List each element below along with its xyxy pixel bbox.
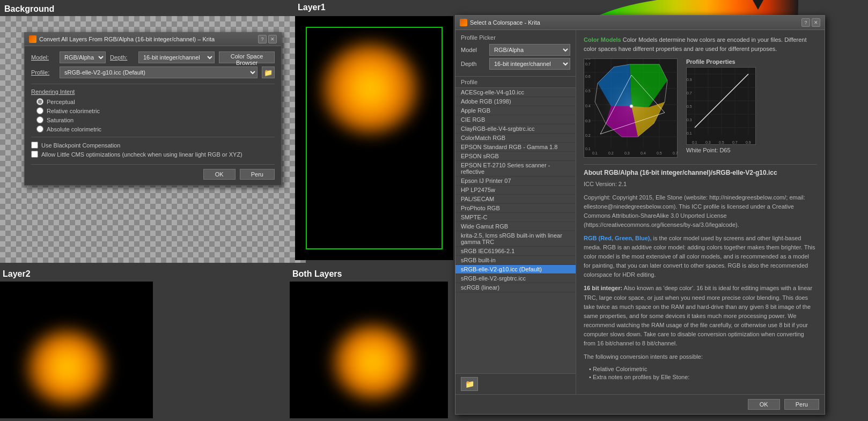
profile-list-item[interactable]: PAL/SECAM [455, 195, 576, 204]
svg-text:0.8: 0.8 [585, 59, 591, 60]
profile-list-item[interactable]: SMPTE-C [455, 213, 576, 222]
radio-relative-input[interactable] [36, 107, 43, 114]
profile-list-item[interactable]: scRGB (linear) [455, 283, 576, 292]
cs-depth-row: Depth 16-bit integer/channel [461, 58, 570, 70]
svg-text:0.6: 0.6 [585, 75, 591, 78]
cs-right-panel: Color Models Color Models determine how … [576, 30, 825, 394]
cs-left-panel: Profile Picker Model RGB/Alpha Depth 16-… [455, 30, 576, 394]
profile-list-item[interactable]: HP LP2475w [455, 186, 576, 195]
svg-text:0.7: 0.7 [673, 151, 678, 155]
cs-ok-button[interactable]: OK [748, 399, 780, 410]
radio-group: Perceptual Relative colorimetric Saturat… [36, 98, 275, 132]
bullet-elle: Extra notes on profiles by Elle Stone: [589, 374, 817, 380]
little-cms-checkbox[interactable] [31, 151, 38, 158]
profile-select[interactable]: sRGB-elle-V2-g10.icc (Default) [60, 67, 258, 78]
radio-perceptual-label: Perceptual [47, 99, 75, 105]
cs-depth-select[interactable]: 16-bit integer/channel [489, 58, 570, 70]
convert-dialog-close-btn[interactable]: ✕ [268, 35, 277, 43]
svg-text:0.7: 0.7 [585, 62, 591, 66]
svg-text:0.5: 0.5 [585, 89, 591, 93]
cs-model-label: Model [461, 47, 485, 53]
profile-list-item[interactable]: EPSON Standard RGB - Gamma 1.8 [455, 143, 576, 152]
convert-dialog-body: Model: RGB/Alpha Depth: 16-bit integer/c… [25, 46, 281, 185]
cs-intro-text: Color Models Color Models determine how … [584, 35, 817, 53]
color-space-browser-btn[interactable]: Color Space Browser [219, 51, 275, 63]
cs-close-btn[interactable]: ✕ [812, 18, 820, 27]
profile-list[interactable]: ACEScg-elle-V4-g10.iccAdobe RGB (1998)Ap… [455, 88, 576, 373]
svg-text:0.4: 0.4 [641, 151, 646, 155]
cs-folder-btn[interactable]: 📁 [461, 377, 478, 391]
cs-folder-icon: 📁 [465, 380, 474, 388]
bullet-relative: Relative Colorimetric [589, 366, 817, 372]
profile-list-item[interactable]: Wide Gamut RGB [455, 222, 576, 231]
profile-list-item[interactable]: sRGB-elle-V2-g10.icc (Default) [455, 265, 576, 274]
convert-dialog-controls: ? ✕ [258, 35, 277, 43]
cs-help-btn[interactable]: ? [801, 18, 810, 27]
rgb-description: RGB (Red, Green, Blue), is the color mod… [584, 234, 817, 279]
rendering-intent-label: Rendering Intent [31, 88, 275, 95]
white-point-text: White Point: D65 [686, 147, 817, 153]
svg-text:0.3: 0.3 [585, 119, 591, 123]
cs-title: Select a Colorspace - Krita [460, 19, 540, 26]
about-section: About RGB/Alpha (16-bit integer/channel)… [584, 164, 817, 380]
profile-list-item[interactable]: sRGB IEC61966-2.1 [455, 247, 576, 256]
profile-list-item[interactable]: ClayRGB-elle-V4-srgbtrc.icc [455, 124, 576, 134]
svg-text:0.9: 0.9 [687, 78, 692, 82]
model-row: Model: RGB/Alpha Depth: 16-bit integer/c… [31, 51, 275, 63]
svg-text:0.1: 0.1 [687, 131, 692, 135]
divider1 [31, 84, 275, 84]
convert-dialog-footer: OK Peru [31, 164, 275, 180]
svg-text:0.1: 0.1 [585, 147, 591, 151]
profile-list-item[interactable]: sRGB-elle-V2-srgbtrc.icc [455, 274, 576, 283]
cs-green-text: Color Models [584, 36, 621, 43]
layer2-canvas [0, 282, 153, 418]
profile-list-item[interactable]: krita-2.5, lcms sRGB built-in with linea… [455, 231, 576, 247]
svg-text:0.2: 0.2 [585, 134, 591, 137]
convert-dialog-help-btn[interactable]: ? [258, 35, 267, 43]
both-layers-area: Both Layers [290, 267, 448, 419]
cs-right-content: Color Models Color Models determine how … [576, 30, 825, 387]
conversion-intents-text: The following conversion intents are pos… [584, 352, 817, 361]
profile-list-item[interactable]: ColorMatch RGB [455, 134, 576, 143]
profile-props-container: Profile Properties [686, 58, 817, 158]
profile-list-item[interactable]: ACEScg-elle-V4-g10.icc [455, 88, 576, 97]
layer1-canvas [295, 16, 453, 260]
profile-list-item[interactable]: CIE RGB [455, 115, 576, 124]
profile-list-item[interactable]: Apple RGB [455, 106, 576, 115]
profile-list-item[interactable]: ProPhoto RGB [455, 204, 576, 213]
copyright-text: Copyright: Copyright 2015, Elle Stone (w… [584, 193, 817, 230]
radio-saturation-input[interactable] [36, 116, 43, 123]
profile-list-item[interactable]: sRGB built-in [455, 256, 576, 265]
layer2-label: Layer2 [3, 269, 31, 279]
profile-list-item[interactable]: Epson IJ Printer 07 [455, 176, 576, 186]
cie-diagram-container: 0.1 0.2 0.3 0.4 0.5 0.7 0.1 0.2 0.3 0.4 [584, 58, 678, 158]
convert-dialog: Convert All Layers From RGB/Alpha (16-bi… [24, 32, 282, 186]
profile-folder-btn[interactable]: 📁 [262, 67, 275, 78]
cs-dialog-footer: OK Peru [455, 394, 825, 414]
cs-body: Profile Picker Model RGB/Alpha Depth 16-… [455, 30, 825, 394]
radio-relative-label: Relative colorimetric [47, 108, 100, 114]
profile-list-item[interactable]: EPSON ET-2710 Series scanner - reflectiv… [455, 161, 576, 176]
depth-select[interactable]: 16-bit integer/channel [138, 51, 215, 63]
profile-picker-section: Profile Picker Model RGB/Alpha Depth 16-… [455, 30, 576, 77]
both-layers-label: Both Layers [292, 269, 342, 279]
model-select[interactable]: RGB/Alpha [60, 51, 106, 63]
cs-model-select[interactable]: RGB/Alpha [489, 44, 570, 56]
blackpoint-checkbox[interactable] [31, 142, 38, 149]
svg-text:0.5: 0.5 [719, 141, 724, 144]
radio-absolute-input[interactable] [36, 125, 43, 132]
ok-button[interactable]: OK [203, 169, 236, 180]
colorspace-dialog: Select a Colorspace - Krita ? ✕ Profile … [455, 15, 825, 415]
cs-depth-label: Depth [461, 61, 485, 67]
profile-list-item[interactable]: EPSON sRGB [455, 152, 576, 161]
svg-text:0.7: 0.7 [732, 141, 738, 144]
profile-list-item[interactable]: Adobe RGB (1998) [455, 97, 576, 106]
icc-version-text: ICC Version: 2.1 [584, 180, 817, 189]
radio-perceptual-input[interactable] [36, 98, 43, 105]
cs-peru-button[interactable]: Peru [784, 399, 819, 410]
peru-button[interactable]: Peru [240, 169, 275, 180]
profile-list-label: Profile [455, 77, 576, 88]
cie-diagram: 0.1 0.2 0.3 0.4 0.5 0.7 0.1 0.2 0.3 0.4 [584, 58, 678, 158]
svg-text:0.2: 0.2 [608, 151, 614, 155]
cs-footer-left: 📁 [455, 373, 576, 394]
